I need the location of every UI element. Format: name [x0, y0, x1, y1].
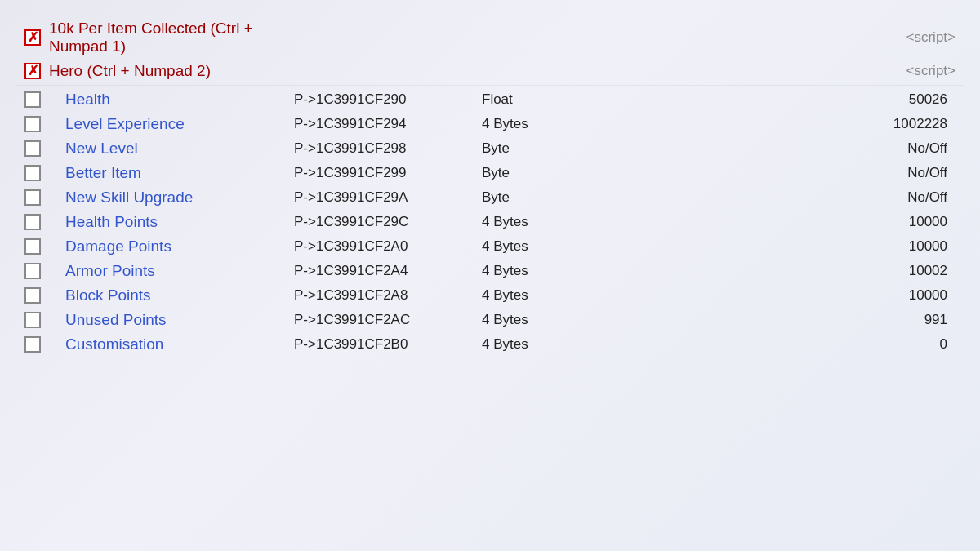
entry-value: No/Off: [588, 189, 964, 206]
entry-address: P->1C3991CF290: [294, 91, 482, 108]
table-row[interactable]: Armor PointsP->1C3991CF2A44 Bytes10002: [16, 259, 964, 283]
entry-name: Customisation: [49, 335, 294, 353]
entry-value: 10002: [588, 263, 964, 279]
entry-type: 4 Bytes: [482, 238, 588, 255]
checkbox[interactable]: [24, 263, 41, 279]
table-row[interactable]: Damage PointsP->1C3991CF2A04 Bytes10000: [16, 234, 964, 259]
entry-script: <script>: [906, 29, 964, 46]
checkbox-cell: [16, 91, 49, 108]
table-row[interactable]: Health PointsP->1C3991CF29C4 Bytes10000: [16, 210, 964, 234]
table-row[interactable]: Level ExperienceP->1C3991CF2944 Bytes100…: [16, 112, 964, 136]
entry-type: 4 Bytes: [482, 214, 588, 230]
entry-type: 4 Bytes: [482, 263, 588, 279]
entry-address: P->1C3991CF2A0: [294, 238, 482, 255]
table-row[interactable]: Block PointsP->1C3991CF2A84 Bytes10000: [16, 283, 964, 308]
checkbox[interactable]: [24, 116, 41, 132]
entry-value: 10000: [588, 214, 964, 230]
table-row[interactable]: HealthP->1C3991CF290Float50026: [16, 87, 964, 112]
entry-value: 1002228: [588, 116, 964, 132]
entry-value: 991: [588, 312, 964, 328]
entry-name: New Skill Upgrade: [49, 189, 294, 207]
entry-address: P->1C3991CF2A4: [294, 263, 482, 279]
checkbox-checked[interactable]: [24, 29, 41, 46]
entry-type: 4 Bytes: [482, 287, 588, 304]
entry-name: Block Points: [49, 287, 294, 304]
checkbox[interactable]: [24, 238, 41, 255]
entry-name: Unused Points: [49, 311, 294, 329]
entry-address: P->1C3991CF298: [294, 140, 482, 157]
entry-type: 4 Bytes: [482, 336, 588, 353]
checkbox-cell: [16, 63, 49, 79]
table-row[interactable]: New LevelP->1C3991CF298ByteNo/Off: [16, 136, 964, 161]
checkbox-cell: [16, 312, 49, 328]
checkbox-cell: [16, 140, 49, 157]
entry-address: P->1C3991CF294: [294, 116, 482, 132]
entry-name: Damage Points: [49, 238, 294, 256]
checkbox[interactable]: [24, 165, 41, 181]
checkbox[interactable]: [24, 312, 41, 328]
entry-name: Health: [49, 91, 294, 109]
table-row[interactable]: Better ItemP->1C3991CF299ByteNo/Off: [16, 161, 964, 185]
checkbox-cell: [16, 29, 49, 46]
entry-value: 10000: [588, 238, 964, 255]
checkbox-cell: [16, 238, 49, 255]
checkbox-cell: [16, 116, 49, 132]
entry-value: 0: [588, 336, 964, 353]
table-row[interactable]: CustomisationP->1C3991CF2B04 Bytes0: [16, 332, 964, 357]
checkbox[interactable]: [24, 189, 41, 206]
checkbox[interactable]: [24, 91, 41, 108]
checkbox[interactable]: [24, 214, 41, 230]
checkbox-cell: [16, 189, 49, 206]
entry-type: Byte: [482, 165, 588, 181]
entry-address: P->1C3991CF2B0: [294, 336, 482, 353]
checkbox-cell: [16, 214, 49, 230]
entry-address: P->1C3991CF299: [294, 165, 482, 181]
entry-name: Health Points: [49, 213, 294, 231]
entry-type: Byte: [482, 140, 588, 157]
entry-type: 4 Bytes: [482, 312, 588, 328]
entry-value: No/Off: [588, 165, 964, 181]
entry-name: New Level: [49, 140, 294, 158]
checkbox[interactable]: [24, 140, 41, 157]
checkbox-cell: [16, 287, 49, 304]
entry-address: P->1C3991CF2A8: [294, 287, 482, 304]
entry-name: 10k Per Item Collected (Ctrl + Numpad 1): [49, 20, 294, 56]
entry-address: P->1C3991CF29A: [294, 189, 482, 206]
entry-value: No/Off: [588, 140, 964, 157]
entry-address: P->1C3991CF2AC: [294, 312, 482, 328]
entry-name: Hero (Ctrl + Numpad 2): [49, 62, 294, 80]
main-container: 10k Per Item Collected (Ctrl + Numpad 1)…: [0, 0, 980, 373]
entry-name: Better Item: [49, 164, 294, 182]
entry-type: Byte: [482, 189, 588, 206]
table-row[interactable]: New Skill UpgradeP->1C3991CF29AByteNo/Of…: [16, 185, 964, 210]
entry-script: <script>: [906, 63, 964, 79]
entry-type: 4 Bytes: [482, 116, 588, 132]
checkbox-checked[interactable]: [24, 63, 41, 79]
entry-type: Float: [482, 91, 588, 108]
checkbox[interactable]: [24, 336, 41, 353]
table-row[interactable]: Hero (Ctrl + Numpad 2)<script>: [16, 59, 964, 83]
table-row[interactable]: Unused PointsP->1C3991CF2AC4 Bytes991: [16, 308, 964, 332]
entry-value: 50026: [588, 91, 964, 108]
entry-value: 10000: [588, 287, 964, 304]
checkbox-cell: [16, 165, 49, 181]
checkbox-cell: [16, 263, 49, 279]
checkbox-cell: [16, 336, 49, 353]
entry-name: Armor Points: [49, 262, 294, 280]
entry-name: Level Experience: [49, 115, 294, 133]
table-row[interactable]: 10k Per Item Collected (Ctrl + Numpad 1)…: [16, 16, 964, 59]
checkbox[interactable]: [24, 287, 41, 304]
entry-address: P->1C3991CF29C: [294, 214, 482, 230]
